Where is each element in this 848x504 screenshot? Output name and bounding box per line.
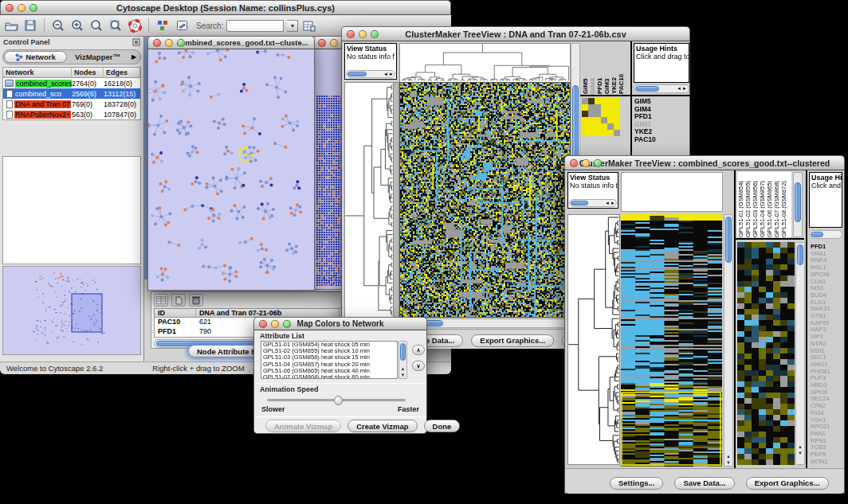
help-lifesaver-icon[interactable]: [127, 18, 143, 33]
zoom-out-icon[interactable]: [50, 18, 66, 33]
treeview-button-export-graphics[interactable]: Export Graphics...: [746, 477, 829, 490]
network-list-row[interactable]: combined_scores2764(0)16218(0): [3, 78, 140, 88]
scroll-up-arrow[interactable]: ▲: [724, 454, 732, 459]
heat-cell[interactable]: [588, 123, 595, 130]
heat-cell[interactable]: [595, 104, 601, 111]
heat-cell[interactable]: [607, 98, 614, 104]
zoom-vscrollbar[interactable]: ▲ ▼: [795, 242, 805, 465]
scroll-right-arrow[interactable]: ►: [682, 86, 687, 91]
new-attribute-icon[interactable]: [171, 294, 186, 307]
scroll-right-arrow[interactable]: ►: [389, 72, 394, 76]
treeview-button-save-data[interactable]: Save Data...: [674, 477, 734, 490]
attribute-list-vscrollbar[interactable]: ▲ ▼: [398, 341, 407, 379]
scroll-down-arrow[interactable]: ▼: [724, 460, 732, 465]
scroll-thumb[interactable]: [635, 86, 659, 92]
view-status-scrollbar[interactable]: ◄►: [346, 70, 395, 78]
delete-attribute-icon[interactable]: [189, 294, 203, 307]
network-list-row[interactable]: combined_sco2569(6)13112(15): [3, 88, 140, 99]
attribute-list[interactable]: GPL51-01 (GSM854) heat shock 05 minGPL51…: [261, 341, 398, 379]
scroll-down-arrow[interactable]: ▼: [796, 451, 804, 455]
heat-cell[interactable]: [595, 98, 601, 104]
col-nodes[interactable]: Nodes: [72, 68, 104, 77]
close-button[interactable]: [570, 159, 578, 167]
close-button[interactable]: [6, 4, 14, 12]
zoom-button[interactable]: [29, 4, 37, 12]
network-list-row[interactable]: RNAPuberNov2+563(0)107847(0): [3, 109, 140, 119]
heat-cell[interactable]: [607, 123, 614, 130]
heat-cell[interactable]: [595, 130, 601, 136]
heat-cell[interactable]: [614, 117, 620, 123]
open-file-icon[interactable]: [3, 18, 19, 33]
scroll-down-arrow[interactable]: ▼: [399, 373, 406, 377]
dialog-button-done[interactable]: Done: [424, 420, 461, 432]
scroll-thumb[interactable]: [347, 72, 367, 76]
dendrogram-scroll-strip[interactable]: [393, 82, 399, 318]
heat-cell[interactable]: [607, 111, 614, 117]
heat-cell[interactable]: [601, 98, 607, 104]
close-button[interactable]: [318, 39, 326, 47]
minimize-button[interactable]: [359, 30, 367, 38]
treeview-combined-titlebar[interactable]: ClusterMaker TreeView : combined_scores_…: [564, 155, 845, 170]
move-down-button[interactable]: ∨: [412, 361, 425, 371]
network-view-canvas[interactable]: [147, 49, 315, 291]
usage-hints-scrollbar[interactable]: ◄►: [634, 84, 689, 93]
zoom-selected-icon[interactable]: [88, 18, 104, 33]
dialog-titlebar[interactable]: Map Colors to Network: [253, 317, 427, 330]
heat-cell[interactable]: [601, 117, 607, 123]
scroll-left-arrow[interactable]: ◄: [677, 86, 681, 91]
heat-cell[interactable]: [614, 123, 620, 130]
heat-cell[interactable]: [601, 104, 607, 111]
heat-cell[interactable]: [601, 111, 607, 117]
zoom-button[interactable]: [371, 30, 379, 38]
zoom-fit-icon[interactable]: [108, 18, 124, 33]
col-attribute[interactable]: DNA and Tran 07-21-06b: [196, 309, 340, 317]
minimize-button[interactable]: [330, 39, 338, 47]
treeview-button-settings[interactable]: Settings...: [610, 477, 663, 490]
zoom-button[interactable]: [283, 320, 291, 328]
heat-cell[interactable]: [595, 111, 601, 117]
vscroll-thumb[interactable]: [795, 182, 801, 222]
main-heatmap-canvas[interactable]: [621, 214, 722, 467]
col-network[interactable]: Network: [3, 68, 72, 77]
gene-label-list[interactable]: PFD1YRA1RNR4MSL1SPC98CLN1NIS1BUD4ELG1MAK…: [811, 244, 842, 467]
heat-cell[interactable]: [607, 117, 614, 123]
search-input[interactable]: [226, 20, 284, 32]
minimize-button[interactable]: [18, 4, 26, 12]
view-status-scrollbar[interactable]: ◄►: [569, 199, 617, 207]
heat-cell[interactable]: [582, 123, 588, 130]
scroll-up-arrow[interactable]: ▲: [399, 366, 406, 371]
network-window-titlebar[interactable]: combined_scores_good.txt--cluste...: [147, 36, 315, 49]
usage-hints-scrollbar[interactable]: [809, 230, 842, 239]
heat-cell[interactable]: [582, 111, 588, 117]
save-icon[interactable]: [22, 18, 38, 33]
zoom-row-label[interactable]: PAC10: [634, 136, 689, 144]
attribute-select-icon[interactable]: [154, 294, 168, 307]
heat-cell[interactable]: [607, 104, 614, 111]
vscroll-thumb[interactable]: [725, 217, 732, 263]
attribute-table-icon[interactable]: [301, 18, 317, 33]
treeview-button-export-graphics[interactable]: Export Graphics...: [471, 334, 554, 347]
attribute-item[interactable]: GPL51-07 (GSM868) heat shock 60 min: [263, 374, 397, 379]
gene-label[interactable]: MON2: [811, 459, 842, 466]
zoom-button[interactable]: [594, 159, 602, 167]
scroll-right-arrow[interactable]: ►: [610, 201, 615, 205]
close-button[interactable]: [259, 320, 267, 328]
col-id[interactable]: ID: [155, 309, 196, 317]
global-heatmap-canvas[interactable]: [399, 82, 571, 318]
heat-cell[interactable]: [582, 130, 588, 136]
row-dendrogram[interactable]: [567, 214, 620, 465]
heat-cell[interactable]: [607, 130, 614, 136]
heat-cell[interactable]: [582, 117, 588, 123]
heat-cell[interactable]: [614, 104, 620, 111]
animation-speed-slider[interactable]: [267, 399, 406, 401]
heat-cell[interactable]: [588, 117, 595, 123]
scroll-thumb[interactable]: [811, 232, 823, 237]
treeview-dna-titlebar[interactable]: ClusterMaker TreeView : DNA and Tran 07-…: [341, 26, 690, 41]
scroll-left-arrow[interactable]: ◄: [383, 72, 388, 76]
zoom-in-icon[interactable]: [69, 18, 85, 33]
plugin-squares-icon[interactable]: [155, 18, 171, 33]
birdseye-view[interactable]: [2, 266, 141, 355]
close-button[interactable]: [153, 39, 161, 47]
heat-cell[interactable]: [588, 130, 595, 136]
heat-cell[interactable]: [601, 123, 607, 130]
